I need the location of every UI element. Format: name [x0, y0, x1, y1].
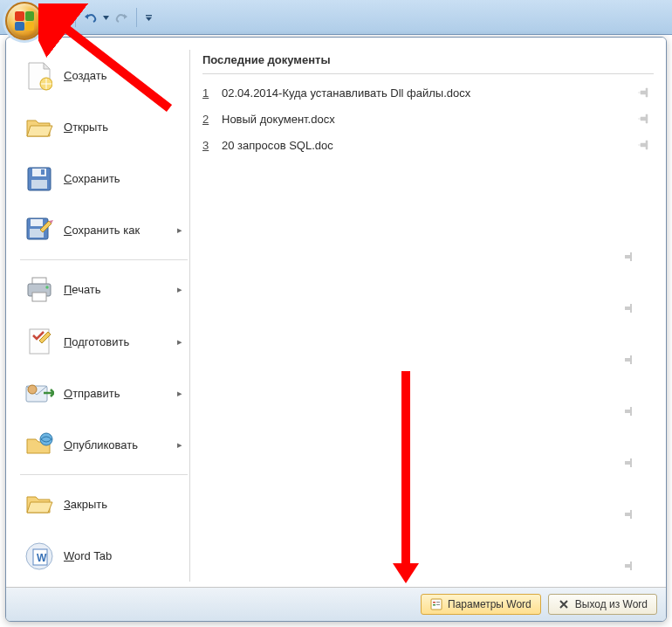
pin-icon: [638, 139, 650, 151]
options-icon: [430, 598, 442, 610]
button-label: Выход из Word: [575, 598, 648, 610]
recent-document-row[interactable]: 2 Новый документ.docx: [202, 106, 654, 132]
menu-left-column: Создать Открыть: [18, 50, 189, 582]
pin-button[interactable]: [634, 139, 654, 151]
saveas-icon: [24, 215, 55, 246]
office-logo-icon: [15, 11, 34, 31]
open-folder-icon: [24, 112, 55, 143]
recent-doc-number: 1: [202, 86, 216, 100]
svg-rect-11: [41, 169, 45, 175]
decorative-pins: [622, 251, 634, 572]
recent-doc-number: 3: [202, 139, 216, 152]
send-icon: [24, 377, 55, 409]
submenu-arrow-icon: ▸: [177, 224, 182, 236]
publish-icon: [24, 429, 55, 460]
save-icon: [24, 163, 55, 195]
recent-documents-list: 1 02.04.2014-Куда устанавливать Dll файл…: [202, 79, 654, 158]
recent-doc-name: 02.04.2014-Куда устанавливать Dll файлы.…: [216, 86, 634, 100]
menu-item-wordtab[interactable]: W Word Tab: [18, 530, 189, 582]
pin-icon: [622, 457, 634, 469]
new-document-icon: [24, 60, 55, 92]
qat-separator: [136, 8, 137, 27]
svg-point-21: [28, 385, 37, 394]
svg-rect-17: [32, 293, 46, 301]
svg-rect-13: [31, 219, 43, 226]
office-menu-footer: Параметры Word Выход из Word: [6, 588, 666, 621]
exit-word-button[interactable]: Выход из Word: [548, 594, 657, 615]
submenu-arrow-icon: ▸: [177, 388, 182, 399]
menu-label: Отправить: [64, 387, 177, 400]
menu-item-prepare[interactable]: Подготовить ▸: [18, 316, 189, 368]
pin-button[interactable]: [634, 86, 654, 99]
menu-label: Печать: [64, 283, 177, 296]
qat-separator: [75, 8, 76, 27]
titlebar: [0, 0, 672, 35]
menu-label: Закрыть: [64, 498, 189, 511]
recent-doc-name: Новый документ.docx: [216, 113, 634, 126]
svg-rect-27: [433, 602, 435, 603]
submenu-arrow-icon: ▸: [177, 284, 182, 295]
qat-redo-button[interactable]: [112, 8, 131, 27]
svg-rect-2: [56, 18, 65, 23]
menu-label: Сохранить как: [64, 224, 177, 237]
menu-item-print[interactable]: Печать ▸: [18, 264, 189, 315]
submenu-arrow-icon: ▸: [177, 439, 182, 451]
menu-item-send[interactable]: Отправить ▸: [18, 368, 189, 419]
svg-rect-3: [61, 12, 63, 15]
menu-item-saveas[interactable]: Сохранить как ▸: [18, 204, 189, 256]
pin-button[interactable]: [634, 113, 654, 125]
svg-rect-30: [436, 604, 440, 605]
menu-label: Word Tab: [64, 549, 189, 562]
svg-rect-29: [436, 602, 440, 603]
close-x-icon: [558, 598, 570, 610]
svg-rect-19: [30, 329, 49, 354]
submenu-arrow-icon: ▸: [177, 336, 182, 348]
qat-undo-dropdown[interactable]: [102, 15, 110, 21]
svg-text:W: W: [37, 552, 47, 564]
pin-icon: [622, 560, 634, 572]
pin-icon: [622, 508, 634, 520]
menu-item-publish[interactable]: Опубликовать ▸: [18, 419, 189, 471]
pin-icon: [622, 251, 634, 263]
menu-item-open[interactable]: Открыть: [18, 101, 189, 153]
pin-icon: [638, 86, 650, 99]
svg-rect-28: [433, 604, 435, 606]
qat-customize-dropdown[interactable]: [142, 15, 154, 21]
recent-doc-name: 20 запросов SQL.doc: [216, 139, 634, 152]
menu-label: Сохранить: [64, 172, 189, 185]
qat-undo-button[interactable]: [81, 8, 100, 27]
wordtab-icon: W: [24, 541, 55, 572]
recent-document-row[interactable]: 1 02.04.2014-Куда устанавливать Dll файл…: [202, 79, 654, 106]
office-button[interactable]: [5, 2, 44, 40]
svg-point-18: [45, 286, 48, 288]
undo-icon: [84, 10, 98, 24]
recent-documents-panel: Последние документы 1 02.04.2014-Куда ус…: [189, 50, 654, 582]
pin-icon: [622, 302, 634, 314]
quick-access-toolbar: [51, 8, 154, 27]
menu-item-save[interactable]: Сохранить: [18, 153, 189, 204]
pin-icon: [638, 113, 650, 125]
menu-label: Открыть: [64, 121, 189, 134]
menu-separator: [20, 474, 188, 475]
word-options-button[interactable]: Параметры Word: [421, 594, 541, 615]
floppy-icon: [53, 10, 67, 24]
menu-separator: [20, 259, 188, 260]
svg-point-22: [40, 433, 52, 445]
prepare-icon: [24, 326, 55, 357]
svg-rect-4: [146, 15, 152, 16]
qat-save-button[interactable]: [51, 8, 70, 27]
office-menu-inner: Создать Открыть: [6, 38, 666, 588]
recent-document-row[interactable]: 3 20 запросов SQL.doc: [202, 132, 654, 158]
close-icon: [24, 488, 55, 520]
menu-label: Подготовить: [64, 335, 177, 348]
svg-rect-10: [31, 180, 47, 189]
menu-label: Создать: [64, 69, 189, 82]
button-label: Параметры Word: [448, 598, 531, 610]
menu-label: Опубликовать: [64, 438, 177, 451]
redo-icon: [114, 10, 128, 24]
print-icon: [24, 274, 55, 306]
menu-item-close[interactable]: Закрыть: [18, 479, 189, 530]
recent-doc-number: 2: [202, 113, 216, 126]
menu-item-new[interactable]: Создать: [18, 50, 189, 101]
pin-icon: [622, 405, 634, 417]
